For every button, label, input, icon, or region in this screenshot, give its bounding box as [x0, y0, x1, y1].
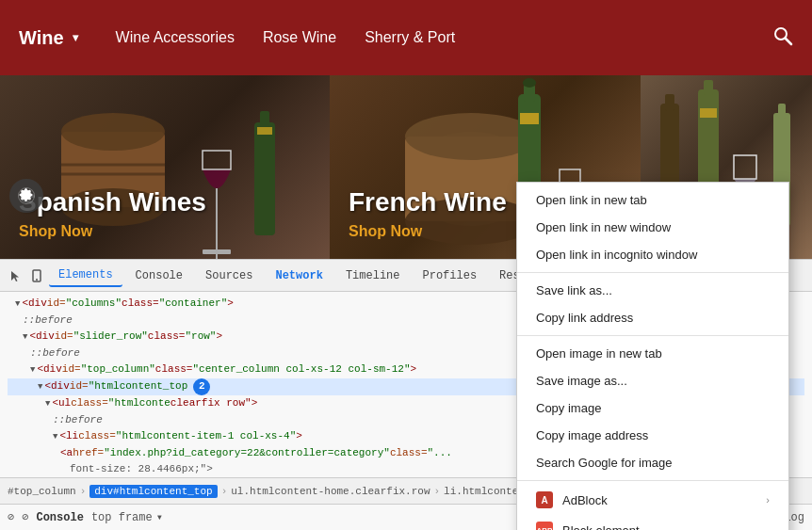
context-item-label: Open link in new window	[536, 220, 770, 234]
breadcrumb-ul[interactable]: ul.htmlcontent-home.clearfix.row	[231, 486, 430, 497]
context-item-label: Copy link address	[536, 311, 770, 325]
context-item-label: AdBlock	[562, 493, 756, 507]
context-item-copy-image[interactable]: Copy image	[517, 394, 788, 422]
nav-item-rose-wine[interactable]: Rose Wine	[263, 29, 336, 46]
context-item-open-new-tab[interactable]: Open link in new tab	[517, 186, 788, 214]
svg-rect-9	[203, 249, 231, 254]
svg-line-1	[786, 38, 792, 44]
svg-rect-10	[254, 122, 275, 235]
devtools-tab-network[interactable]: Network	[266, 265, 332, 286]
breadcrumb-top-column[interactable]: #top_column	[8, 486, 76, 497]
breadcrumb-sep-2: ›	[221, 486, 228, 497]
svg-rect-20	[520, 113, 539, 124]
svg-point-15	[405, 113, 537, 160]
devtools-tab-sources[interactable]: Sources	[196, 265, 262, 286]
banner-spanish[interactable]: Spanish Wines Shop Now	[0, 75, 330, 259]
frame-dropdown-icon[interactable]: ▾	[156, 510, 163, 524]
context-item-open-new-window[interactable]: Open link in new window	[517, 214, 788, 241]
search-icon[interactable]	[772, 25, 793, 51]
nav-item-wine-accessories[interactable]: Wine Accessories	[116, 29, 235, 46]
context-item-block-element[interactable]: ABP Block element	[517, 515, 788, 530]
devtools-cursor-icon[interactable]	[8, 267, 24, 284]
adblock-submenu-arrow: ›	[766, 494, 770, 506]
context-item-label: Block element	[562, 523, 770, 531]
navbar: Wine ▾ Wine Accessories Rose Wine Sherry…	[0, 0, 812, 75]
context-item-search-google-image[interactable]: Search Google for image	[517, 449, 788, 476]
svg-point-19	[523, 78, 536, 88]
devtools-tab-timeline[interactable]: Timeline	[336, 265, 410, 286]
settings-icon[interactable]	[9, 179, 43, 213]
brand-label: Wine	[19, 27, 64, 49]
context-item-save-link[interactable]: Save link as...	[517, 277, 788, 304]
context-section-adblock: A AdBlock › ABP Block element	[517, 481, 788, 530]
context-item-label: Save image as...	[536, 374, 770, 388]
context-item-label: Open link in incognito window	[536, 248, 770, 262]
breadcrumb-htmlcontent-top[interactable]: div#htmlcontent_top	[89, 485, 217, 498]
console-filter-icon[interactable]: ⊘	[22, 510, 28, 524]
banner-cta-spanish[interactable]: Shop Now	[19, 223, 206, 240]
context-section-links: Open link in new tab Open link in new wi…	[517, 183, 788, 273]
context-menu: Open link in new tab Open link in new wi…	[516, 182, 789, 530]
devtools-mobile-icon[interactable]	[28, 267, 45, 284]
banner-title-french: French Wine	[349, 187, 507, 217]
context-item-label: Open image in new tab	[536, 346, 770, 361]
context-item-copy-image-address[interactable]: Copy image address	[517, 422, 788, 449]
devtools-tab-profiles[interactable]: Profiles	[413, 265, 486, 286]
console-error-icon[interactable]: ⊘	[8, 510, 14, 524]
banner-cta-french[interactable]: Shop Now	[349, 223, 507, 240]
svg-point-4	[61, 113, 165, 151]
devtools-tab-console[interactable]: Console	[126, 265, 192, 286]
banner-title-spanish: Spanish Wines	[19, 187, 206, 217]
context-item-open-incognito[interactable]: Open link in incognito window	[517, 241, 788, 268]
context-section-image: Open image in new tab Save image as... C…	[517, 336, 788, 481]
svg-rect-26	[704, 80, 713, 95]
svg-rect-31	[778, 104, 786, 119]
breadcrumb-sep-3: ›	[434, 486, 441, 497]
nav-brand[interactable]: Wine ▾	[19, 27, 78, 49]
context-item-label: Copy image	[536, 401, 770, 415]
svg-rect-12	[257, 127, 272, 135]
breadcrumb-sep: ›	[80, 486, 87, 497]
console-label: Console	[36, 511, 83, 524]
frame-label: top frame	[91, 511, 153, 524]
svg-rect-27	[700, 108, 717, 118]
context-item-label: Copy image address	[536, 428, 770, 442]
context-item-label: Open link in new tab	[536, 193, 770, 207]
nav-item-sherry-port[interactable]: Sherry & Port	[365, 29, 455, 46]
adblock-icon: A	[536, 491, 553, 508]
frame-selector[interactable]: top frame ▾	[91, 510, 163, 524]
context-item-label: Search Google for image	[536, 456, 770, 470]
context-section-save-link: Save link as... Copy link address	[517, 273, 788, 336]
brand-chevron: ▾	[73, 31, 78, 44]
context-item-copy-link[interactable]: Copy link address	[517, 304, 788, 331]
context-item-label: Save link as...	[536, 283, 770, 297]
block-element-icon: ABP	[536, 522, 553, 530]
context-item-open-image-tab[interactable]: Open image in new tab	[517, 340, 788, 367]
svg-rect-11	[260, 111, 269, 128]
devtools-tab-elements[interactable]: Elements	[49, 265, 122, 287]
context-item-adblock[interactable]: A AdBlock ›	[517, 485, 788, 515]
banner-text-spanish: Spanish Wines Shop Now	[19, 187, 206, 240]
svg-rect-24	[665, 94, 674, 111]
context-item-save-image[interactable]: Save image as...	[517, 367, 788, 394]
banner-text-french: French Wine Shop Now	[349, 187, 507, 240]
